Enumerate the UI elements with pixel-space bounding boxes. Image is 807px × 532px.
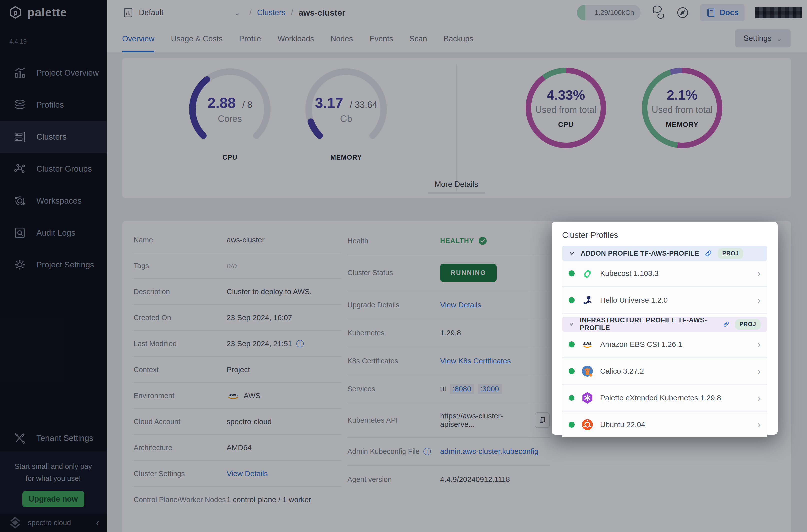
- profile-item-palette-extended-kubernetes[interactable]: Palette eXtended Kubernetes 1.29.8 ›: [562, 385, 767, 412]
- link-icon: [723, 320, 729, 328]
- profile-item-ubuntu[interactable]: Ubuntu 22.04 ›: [562, 412, 767, 437]
- chevron-right-icon: ›: [757, 393, 761, 403]
- profile-item-hello-universe[interactable]: Hello Universe 1.2.0 ›: [562, 287, 767, 314]
- status-dot: [569, 341, 575, 347]
- proj-scope-badge: PROJ: [717, 248, 743, 259]
- proj-scope-badge: PROJ: [735, 319, 761, 330]
- chevron-right-icon: ›: [757, 339, 761, 349]
- chevron-down-icon: [569, 321, 575, 327]
- status-dot: [569, 297, 575, 303]
- kubecost-logo: [581, 267, 594, 280]
- cluster-profiles-popup: Cluster Profiles ADDON PROFILE TF-AWS-PR…: [552, 222, 777, 435]
- popup-title: Cluster Profiles: [562, 230, 767, 240]
- infrastructure-profile-group-header[interactable]: INFRASTRUCTURE PROFILE TF-AWS-PROFILE PR…: [562, 317, 767, 332]
- palette-app: p palette 4.4.19 Project Overview Profil…: [0, 0, 807, 532]
- ubuntu-logo: [581, 418, 594, 431]
- status-dot: [569, 270, 575, 277]
- addon-profile-group-header[interactable]: ADDON PROFILE TF-AWS-PROFILE PROJ: [562, 246, 767, 261]
- calico-logo: [581, 365, 594, 377]
- status-dot: [569, 422, 575, 428]
- status-dot: [569, 368, 575, 374]
- profile-item-amazon-ebs-csi[interactable]: aws Amazon EBS CSI 1.26.1 ›: [562, 332, 767, 358]
- chevron-right-icon: ›: [757, 420, 761, 430]
- chevron-right-icon: ›: [757, 366, 761, 376]
- link-icon: [705, 249, 712, 257]
- svg-text:aws: aws: [583, 341, 592, 346]
- chevron-down-icon: [569, 250, 575, 256]
- palette-pxk-logo: [581, 392, 594, 404]
- chevron-right-icon: ›: [757, 268, 761, 279]
- profile-item-calico[interactable]: Calico 3.27.2 ›: [562, 358, 767, 385]
- chevron-right-icon: ›: [757, 295, 761, 305]
- aws-logo: aws: [581, 338, 594, 351]
- profile-item-kubecost[interactable]: Kubecost 1.103.3 ›: [562, 261, 767, 287]
- hello-universe-logo: [581, 294, 594, 306]
- status-dot-and-logo-wrap: [569, 392, 575, 404]
